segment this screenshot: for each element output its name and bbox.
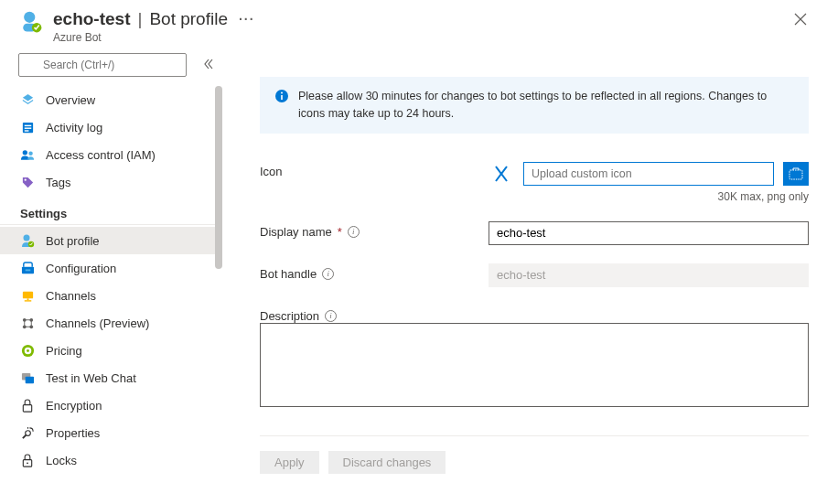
sidebar-item-properties[interactable]: Properties [0,419,223,446]
icon-upload-input[interactable] [523,162,774,186]
access-control-icon [20,147,35,162]
bot-profile-icon [20,233,35,248]
sidebar-item-label: Channels [46,289,96,303]
activity-log-icon [20,120,35,134]
svg-rect-27 [23,404,31,412]
sidebar-section-settings: Settings [0,196,223,225]
description-field[interactable] [260,323,809,407]
search-input[interactable] [18,53,187,77]
sidebar-item-label: Pricing [46,344,82,358]
svg-point-9 [28,151,32,155]
sidebar-item-label: Activity log [46,121,102,134]
sidebar-item-activity-log[interactable]: Activity log [0,113,223,141]
svg-rect-6 [24,127,31,128]
sidebar-item-encryption[interactable]: Encryption [0,391,223,419]
sidebar-item-label: Configuration [46,262,116,275]
svg-rect-7 [24,130,28,131]
main-content: Please allow 30 minutes for changes to b… [223,49,827,499]
collapse-sidebar-icon[interactable] [203,59,214,72]
page-name: Bot profile [149,9,228,29]
sidebar-item-configuration[interactable]: Configuration [0,254,223,282]
page-header: echo-test | Bot profile ··· Azure Bot [0,0,827,49]
sidebar-item-label: Access control (IAM) [46,148,156,162]
bot-icon-preview [489,161,514,187]
svg-point-29 [27,462,28,464]
properties-icon [20,425,35,440]
svg-rect-17 [24,300,31,301]
svg-rect-26 [25,376,33,383]
sidebar-item-label: Overview [46,93,95,107]
sidebar-item-label: Tags [46,176,70,189]
sidebar-item-label: Encryption [46,399,102,413]
display-name-field[interactable] [489,221,809,245]
info-banner-text: Please allow 30 minutes for changes to b… [298,88,794,123]
bot-profile-form: Icon 30K max, png only [260,161,809,474]
svg-rect-15 [22,291,32,298]
channels-preview-icon [20,316,35,330]
svg-rect-33 [789,170,802,179]
description-label: Description i [260,306,489,323]
sidebar-item-label: Test in Web Chat [46,371,136,385]
overview-icon [20,92,35,107]
sidebar-item-label: Channels (Preview) [46,316,149,330]
sidebar-item-channels-preview[interactable]: Channels (Preview) [0,309,223,337]
title-separator: | [137,9,142,29]
configuration-icon [20,261,35,275]
sidebar-item-overview[interactable]: Overview [0,86,223,113]
sidebar-item-pricing[interactable]: Pricing [0,337,223,364]
close-icon[interactable] [794,13,807,29]
discard-button[interactable]: Discard changes [328,451,446,474]
sidebar-nav: Overview Activity log Access control (IA… [0,86,223,474]
svg-rect-5 [24,124,31,125]
svg-rect-31 [281,95,283,100]
resource-name: echo-test [53,9,130,29]
resource-icon [18,9,44,35]
locks-icon [20,453,35,467]
header-titles: echo-test | Bot profile ··· Azure Bot [53,9,809,44]
browse-icon-button[interactable] [783,162,809,186]
info-banner: Please allow 30 minutes for changes to b… [260,77,809,134]
required-marker: * [338,225,342,239]
bot-handle-label: Bot handle i [260,263,489,281]
bot-handle-field [489,263,809,287]
sidebar-item-access-control[interactable]: Access control (IAM) [0,141,223,168]
form-divider [260,435,809,436]
sidebar-item-label: Locks [46,454,77,467]
sidebar-item-label: Bot profile [46,234,100,248]
form-actions: Apply Discard changes [260,451,809,474]
info-tooltip-icon[interactable]: i [348,226,360,238]
svg-point-32 [281,92,283,94]
info-tooltip-icon[interactable]: i [325,310,337,322]
info-tooltip-icon[interactable]: i [322,268,334,280]
apply-button[interactable]: Apply [260,451,319,474]
test-web-chat-icon [20,370,35,385]
tags-icon [20,175,35,189]
sidebar-item-locks[interactable]: Locks [0,446,223,474]
channels-icon [20,288,35,303]
svg-point-10 [24,178,26,180]
svg-rect-16 [27,298,28,300]
sidebar-item-test-web-chat[interactable]: Test in Web Chat [0,364,223,391]
sidebar-item-bot-profile[interactable]: Bot profile [0,227,223,254]
sidebar-item-label: Properties [46,426,100,440]
more-actions[interactable]: ··· [239,12,255,27]
svg-point-0 [24,12,35,23]
info-icon [274,89,289,103]
icon-hint: 30K max, png only [489,190,809,203]
sidebar-item-channels[interactable]: Channels [0,282,223,309]
pricing-icon [20,343,35,358]
sidebar: Overview Activity log Access control (IA… [0,49,223,499]
svg-point-11 [24,235,30,241]
svg-point-8 [23,150,27,155]
sidebar-item-tags[interactable]: Tags [0,168,223,196]
display-name-label: Display name * i [260,221,489,239]
icon-label: Icon [260,161,489,178]
resource-type: Azure Bot [53,31,809,44]
encryption-icon [20,398,35,413]
svg-rect-14 [25,269,30,271]
svg-point-24 [27,349,29,352]
